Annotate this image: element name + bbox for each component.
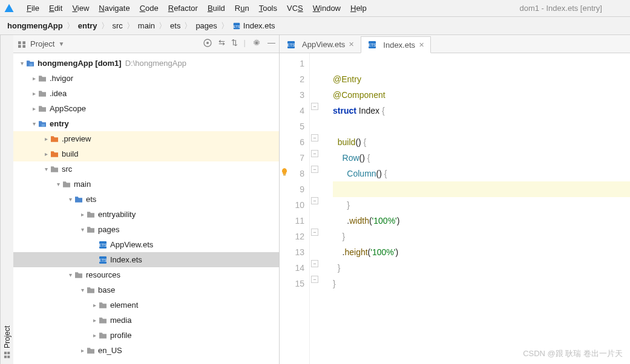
ets-icon [367,40,377,50]
tree-resources[interactable]: ▾resources [13,267,279,282]
folder-icon [50,164,59,174]
tree-pages[interactable]: ▾pages [13,222,279,237]
folder-icon [86,346,96,356]
module-icon [38,119,47,129]
collapse-all-icon[interactable]: ⇅ [231,38,238,50]
tree-entryability[interactable]: ▸entryability [13,207,279,222]
tree-main[interactable]: ▾main [13,177,279,192]
project-tree[interactable]: ▾hongmengApp [dom1]D:\hongmengApp ▸.hvig… [13,53,279,364]
tree-file-index[interactable]: Index.ets [13,252,279,267]
tree-root[interactable]: ▾hongmengApp [dom1]D:\hongmengApp [13,56,279,71]
project-view-selector[interactable]: Project [30,39,54,48]
folder-icon [38,104,47,114]
folder-icon [98,316,108,325]
tree-src[interactable]: ▾src [13,161,279,177]
folder-icon [86,225,96,235]
tree-idea[interactable]: ▸.idea [13,86,279,101]
folder-icon [86,285,96,295]
module-icon [25,59,35,68]
crumb-file[interactable]: Index.ets [230,20,278,31]
bulb-icon[interactable] [280,167,289,177]
fold-column[interactable]: − − − − − − − − [310,53,321,364]
menu-help[interactable]: Help [346,2,372,14]
line-gutter: 123456789101112131415 [280,53,310,364]
crumb-src[interactable]: src [110,20,125,31]
tree-enus[interactable]: ▸en_US [13,343,279,358]
ets-icon [286,40,296,50]
folder-icon [86,210,96,219]
crumb-ets[interactable]: ets [168,20,183,31]
project-tool-tab[interactable]: Project [0,35,13,364]
hide-tool-window-icon[interactable]: — [267,38,275,50]
menu-edit[interactable]: Edit [44,2,67,14]
close-icon[interactable]: ✕ [349,41,354,48]
tree-hvigor[interactable]: ▸.hvigor [13,71,279,86]
tab-index[interactable]: Index.ets✕ [361,36,431,53]
breadcrumb-bar: hongmengApp〉 entry〉 src〉 main〉 ets〉 page… [0,17,630,35]
tree-ets[interactable]: ▾ets [13,192,279,207]
tree-appscope[interactable]: ▸AppScope [13,101,279,116]
tree-build[interactable]: ▸build [13,146,279,161]
folder-icon [74,270,84,280]
project-tool-header: Project ▼ ⇆ ⇅ | — [13,35,279,53]
project-icon [17,39,27,49]
tree-preview[interactable]: ▸.preview [13,131,279,146]
folder-icon [50,134,59,144]
menu-run[interactable]: Run [230,2,254,14]
select-opened-file-icon[interactable] [203,38,212,50]
code-content[interactable]: @Entry @Component struct Index { build()… [333,53,630,364]
tree-base[interactable]: ▾base [13,282,279,297]
tab-appview[interactable]: AppView.ets✕ [280,36,361,53]
menu-window[interactable]: Window [308,2,346,14]
folder-icon [98,331,108,340]
folder-icon [38,89,47,99]
folder-icon [38,74,47,83]
folder-icon [98,301,108,310]
app-icon [4,3,15,14]
window-title: dom1 - Index.ets [entry] [519,4,602,13]
editor-tabs: AppView.ets✕ Index.ets✕ [280,35,630,53]
menu-code[interactable]: Code [135,2,163,14]
project-icon [3,351,11,359]
ets-icon [98,255,108,265]
settings-icon[interactable] [252,38,261,50]
tree-file-appview[interactable]: AppView.ets [13,237,279,252]
folder-icon [50,149,59,159]
close-icon[interactable]: ✕ [419,41,424,49]
tree-element[interactable]: ▸element [13,297,279,313]
code-editor[interactable]: 123456789101112131415 − − − − − − − − @E… [280,53,630,364]
chevron-down-icon[interactable]: ▼ [58,41,64,47]
menu-vcs[interactable]: VCS [282,2,308,14]
menu-build[interactable]: Build [203,2,230,14]
tree-profile[interactable]: ▸profile [13,328,279,343]
crumb-pages[interactable]: pages [193,20,219,31]
project-tool-window: Project ▼ ⇆ ⇅ | — ▾hongmengApp [dom1]D:\… [13,35,280,364]
ets-icon [98,240,108,250]
crumb-main[interactable]: main [136,20,157,31]
folder-icon [62,180,71,189]
editor-area: AppView.ets✕ Index.ets✕ 1234567891011121… [280,35,630,364]
tree-media[interactable]: ▸media [13,313,279,328]
menu-navigate[interactable]: Navigate [94,2,134,14]
ets-icon [232,22,241,30]
menu-view[interactable]: View [67,2,94,14]
menu-file[interactable]: FFileile [22,2,44,14]
menu-bar: FFileile Edit View Navigate Code Refacto… [0,0,630,17]
folder-icon [74,195,84,204]
menu-refactor[interactable]: Refactor [163,2,203,14]
tree-entry[interactable]: ▾entry [13,116,279,131]
expand-all-icon[interactable]: ⇆ [218,38,225,50]
menu-tools[interactable]: Tools [254,2,282,14]
crumb-entry[interactable]: entry [76,20,100,31]
crumb-root[interactable]: hongmengApp [5,20,65,31]
